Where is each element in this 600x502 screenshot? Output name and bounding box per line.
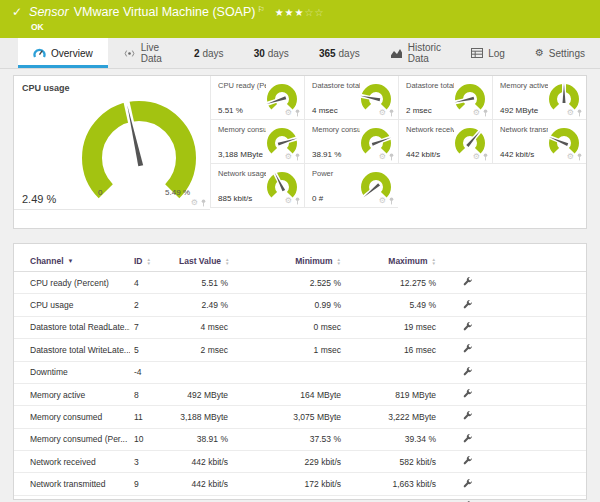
channel-settings-wrench-icon[interactable]	[462, 478, 473, 489]
pin-icon[interactable]	[577, 153, 582, 161]
flag-icon[interactable]: ⚐	[257, 2, 264, 17]
tab-settings[interactable]: ⚙Settings	[520, 38, 600, 68]
channel-minimum: 172 kbit/s	[232, 473, 345, 495]
channel-settings-wrench-icon[interactable]	[462, 366, 473, 377]
channel-settings-wrench-icon[interactable]	[462, 299, 473, 310]
tab-log[interactable]: Log	[456, 38, 520, 68]
channel-settings-wrench-icon[interactable]	[462, 433, 473, 444]
tab-historic-data[interactable]: Historic Data	[375, 38, 457, 68]
channel-settings-wrench-icon[interactable]	[462, 276, 473, 287]
row-spacer	[495, 451, 586, 473]
channel-settings-wrench-icon[interactable]	[462, 410, 473, 421]
gear-icon[interactable]: ⚙	[379, 197, 386, 205]
gauge-action-icons[interactable]: ⚙	[379, 197, 394, 205]
gauge-action-icons[interactable]: ⚙	[285, 109, 300, 117]
channel-last-value: 3,188 MByte	[175, 406, 232, 428]
gear-icon[interactable]: ⚙	[285, 197, 292, 205]
gauge-current-value: 2 msec	[406, 106, 432, 115]
column-header-channel[interactable]: Channel▼	[14, 250, 130, 272]
pin-icon[interactable]	[389, 109, 394, 117]
gear-icon[interactable]: ⚙	[379, 153, 386, 161]
channel-maximum: 819 MByte	[345, 383, 440, 405]
pin-icon[interactable]	[201, 199, 206, 207]
row-spacer	[495, 428, 586, 450]
gauge-icon	[33, 47, 46, 59]
pin-icon[interactable]	[295, 109, 300, 117]
gauge-current-value: 492 MByte	[500, 106, 538, 115]
tab-2-days[interactable]: 2days	[179, 38, 239, 68]
gear-icon[interactable]: ⚙	[473, 109, 480, 117]
gear-icon[interactable]: ⚙	[285, 109, 292, 117]
sort-icon: ▲▼	[337, 258, 341, 266]
pin-icon[interactable]	[483, 153, 488, 161]
sensor-title: VMware Virtual Machine (SOAP)	[74, 5, 256, 20]
pin-icon[interactable]	[577, 109, 582, 117]
row-spacer	[495, 495, 586, 502]
column-header-last-value[interactable]: Last Value▲▼	[175, 250, 232, 272]
gauge-action-icons[interactable]: ⚙	[379, 153, 394, 161]
pin-icon[interactable]	[483, 109, 488, 117]
gauge-tile[interactable]: Memory consumed (P...38.91 %⚙	[304, 120, 398, 164]
tab-30-days[interactable]: 30days	[239, 38, 304, 68]
gauge-action-icons[interactable]: ⚙	[473, 109, 488, 117]
channel-maximum: 19 msec	[345, 316, 440, 338]
gauge-action-icons[interactable]: ⚙	[379, 109, 394, 117]
gauge-title: CPU usage	[22, 83, 70, 93]
column-header-id[interactable]: ID▲▼	[130, 250, 175, 272]
gauge-tile[interactable]: Network received442 kbit/s⚙	[398, 120, 492, 164]
channel-settings-wrench-icon[interactable]	[462, 388, 473, 399]
tab-overview[interactable]: Overview	[18, 38, 108, 68]
gauge-title: Memory consumed (P...	[312, 125, 360, 134]
gear-icon[interactable]: ⚙	[285, 153, 292, 161]
row-spacer	[495, 361, 586, 383]
channel-settings-wrench-icon[interactable]	[462, 455, 473, 466]
channel-minimum: 37.53 %	[232, 428, 345, 450]
gear-icon[interactable]: ⚙	[567, 109, 574, 117]
channel-settings-wrench-icon[interactable]	[462, 321, 473, 332]
row-spacer	[495, 383, 586, 405]
channel-minimum: 401 kbit/s	[232, 495, 345, 502]
pin-icon[interactable]	[295, 153, 300, 161]
pin-icon[interactable]	[389, 197, 394, 205]
gauge-tile[interactable]: Memory active492 MByte⚙	[492, 76, 586, 120]
gauge-tile[interactable]: Network usage885 kbit/s⚙	[210, 164, 304, 208]
gauge-tile[interactable]: CPU ready (Percent)5.51 %⚙	[210, 76, 304, 120]
channel-row: Network received3442 kbit/s229 kbit/s582…	[14, 451, 586, 473]
gauge-tile[interactable]: Datastore total ReadLa...4 msec⚙	[304, 76, 398, 120]
channel-name: Network transmitted	[14, 473, 130, 495]
gauge-tile[interactable]: Memory consumed3,188 MByte⚙	[210, 120, 304, 164]
pin-icon[interactable]	[389, 153, 394, 161]
column-header-minimum[interactable]: Minimum▲▼	[232, 250, 345, 272]
gauge-action-icons[interactable]: ⚙	[567, 109, 582, 117]
gauge-action-icons[interactable]: ⚙	[285, 153, 300, 161]
gauge-tile-cpu-usage[interactable]: CPU usage 0 5.49 % 2.49 % ⚙	[14, 76, 210, 210]
gauge-action-icons[interactable]: ⚙	[285, 197, 300, 205]
gauge-action-icons[interactable]: ⚙	[191, 199, 206, 207]
tab-365-days[interactable]: 365days	[304, 38, 375, 68]
gauge-tile[interactable]: Network transmitted442 kbit/s⚙	[492, 120, 586, 164]
gear-icon[interactable]: ⚙	[567, 153, 574, 161]
channel-name: Memory consumed	[14, 406, 130, 428]
tab-live-data[interactable]: Live Data	[108, 38, 179, 68]
gauge-current-value: 0 #	[312, 194, 323, 203]
gear-icon[interactable]: ⚙	[191, 199, 198, 207]
gauge-tile[interactable]: Power0 #⚙	[304, 164, 398, 208]
channel-id: 9	[130, 473, 175, 495]
channel-row: Network transmitted9442 kbit/s172 kbit/s…	[14, 473, 586, 495]
gear-icon[interactable]: ⚙	[473, 153, 480, 161]
channel-maximum: 2,253 kbit/s	[345, 495, 440, 502]
gear-icon[interactable]: ⚙	[379, 109, 386, 117]
channel-minimum: 0 msec	[232, 316, 345, 338]
priority-stars[interactable]: ★★★☆☆	[275, 5, 325, 20]
column-header-maximum[interactable]: Maximum▲▼	[345, 250, 440, 272]
channel-last-value: 38.91 %	[175, 428, 232, 450]
channel-settings-wrench-icon[interactable]	[462, 343, 473, 354]
channel-maximum: 582 kbit/s	[345, 451, 440, 473]
tab-bar: OverviewLive Data2days30days365daysHisto…	[0, 38, 600, 69]
pin-icon[interactable]	[295, 197, 300, 205]
gauge-action-icons[interactable]: ⚙	[473, 153, 488, 161]
channel-last-value: 2 msec	[175, 339, 232, 361]
channel-table: Channel▼ID▲▼Last Value▲▼Minimum▲▼Maximum…	[14, 250, 586, 502]
gauge-tile[interactable]: Datastore total WriteLa...2 msec⚙	[398, 76, 492, 120]
gauge-action-icons[interactable]: ⚙	[567, 153, 582, 161]
